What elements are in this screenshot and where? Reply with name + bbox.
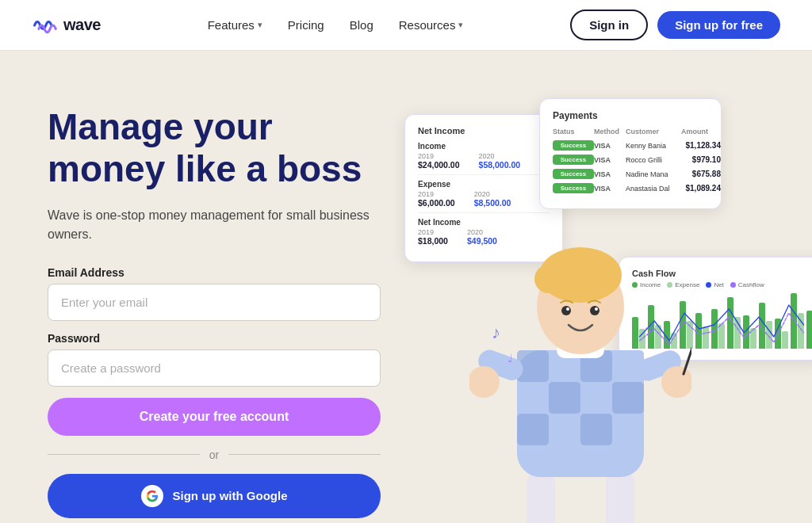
right-panel: Net Income Income 2019 $24,000.00 2020 $…	[396, 98, 764, 523]
table-row: Success VISA Kenny Bania $1,128.34	[553, 140, 708, 151]
table-row: Success VISA Rocco Grilli $979.10	[553, 155, 708, 165]
payments-header: Status Method Customer Amount	[553, 128, 708, 136]
email-input[interactable]	[48, 284, 381, 321]
create-account-button[interactable]: Create your free account	[48, 398, 381, 436]
svg-rect-9	[517, 382, 549, 414]
navbar: wave Features ▾ Pricing Blog Resources ▾…	[0, 0, 812, 51]
payments-card-title: Payments	[553, 110, 708, 121]
divider: or	[48, 449, 381, 461]
svg-point-30	[590, 306, 599, 315]
svg-rect-15	[580, 414, 612, 445]
divider-text: or	[209, 449, 219, 461]
brand-name: wave	[63, 16, 101, 34]
google-signup-button[interactable]: Sign up with Google	[48, 474, 381, 518]
svg-rect-2	[527, 469, 555, 523]
svg-text:♫: ♫	[644, 318, 655, 334]
resources-chevron-icon: ▾	[458, 20, 463, 30]
hero-subtitle: Wave is one-stop money management for sm…	[48, 206, 381, 244]
password-input[interactable]	[48, 349, 381, 387]
svg-point-28	[580, 255, 604, 279]
divider-line-left	[48, 454, 200, 455]
navbar-actions: Sign in Sign up for free	[570, 10, 780, 40]
brand-logo[interactable]: wave	[32, 14, 101, 36]
main-content: Manage your money like a boss Wave is on…	[0, 51, 812, 523]
svg-point-29	[561, 306, 571, 315]
svg-rect-12	[612, 382, 644, 414]
nav-links: Features ▾ Pricing Blog Resources ▾	[208, 18, 464, 32]
hero-title: Manage your money like a boss	[48, 106, 381, 190]
nav-pricing[interactable]: Pricing	[288, 18, 324, 32]
svg-rect-13	[517, 414, 549, 445]
svg-line-22	[684, 326, 691, 374]
svg-rect-10	[549, 382, 580, 414]
income-section: Income 2019 $24,000.00 2020 $58,000.00	[418, 142, 550, 170]
nav-resources[interactable]: Resources ▾	[399, 18, 464, 32]
signin-button[interactable]: Sign in	[570, 10, 648, 40]
svg-point-27	[553, 255, 576, 279]
svg-text:♪: ♪	[492, 323, 500, 342]
svg-text:♩: ♩	[508, 352, 513, 365]
email-label: Email Address	[48, 266, 381, 279]
svg-rect-11	[580, 382, 612, 414]
features-chevron-icon: ▾	[258, 20, 262, 30]
svg-rect-16	[612, 414, 644, 445]
svg-rect-3	[606, 469, 634, 523]
password-label: Password	[48, 332, 381, 345]
divider-line-right	[228, 454, 381, 455]
left-panel: Manage your money like a boss Wave is on…	[48, 98, 381, 523]
nav-blog[interactable]: Blog	[350, 18, 373, 32]
table-row: Success VISA Nadine Mana $675.88	[553, 169, 708, 179]
google-icon	[141, 485, 163, 507]
signup-button[interactable]: Sign up for free	[657, 11, 780, 39]
google-label: Sign up with Google	[173, 489, 288, 502]
income-card-title: Net Income	[418, 126, 550, 136]
svg-rect-14	[549, 414, 580, 445]
svg-point-31	[566, 307, 569, 311]
nav-features[interactable]: Features ▾	[208, 18, 262, 32]
svg-point-32	[595, 307, 598, 311]
character-illustration: ♪ ♫ ♩	[469, 184, 691, 523]
wave-logo-icon	[32, 14, 57, 36]
